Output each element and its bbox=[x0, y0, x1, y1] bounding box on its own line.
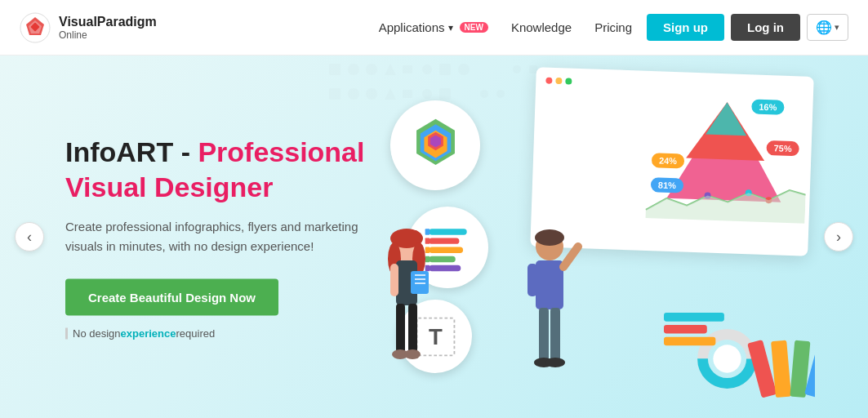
svg-rect-82 bbox=[664, 325, 707, 334]
svg-rect-71 bbox=[536, 260, 563, 309]
svg-point-13 bbox=[348, 88, 359, 100]
hero-title: InfoART - Professional Visual Designer bbox=[65, 135, 376, 204]
hero-description: Create professional infographics, flyers… bbox=[65, 217, 376, 256]
svg-point-11 bbox=[458, 64, 470, 75]
svg-rect-60 bbox=[411, 271, 429, 294]
svg-point-19 bbox=[480, 90, 488, 98]
logo-main: VisualParadigm bbox=[59, 14, 157, 29]
nav-applications[interactable]: Applications ▾ NEW bbox=[371, 16, 496, 39]
pyramid-chart: 16% 75% 24% 81% bbox=[641, 91, 808, 228]
svg-rect-10 bbox=[439, 64, 451, 75]
svg-marker-15 bbox=[385, 88, 396, 100]
svg-text:81%: 81% bbox=[658, 180, 677, 190]
panel-dots bbox=[545, 78, 803, 93]
svg-point-70 bbox=[535, 229, 564, 246]
nav-knowledge[interactable]: Knowledge bbox=[503, 16, 580, 39]
prev-arrow[interactable]: ‹ bbox=[15, 222, 44, 251]
svg-text:16%: 16% bbox=[759, 102, 777, 113]
nav: Applications ▾ NEW Knowledge Pricing Sig… bbox=[371, 14, 848, 41]
man-figure bbox=[505, 226, 594, 406]
next-arrow[interactable]: › bbox=[824, 222, 853, 251]
login-button[interactable]: Log in bbox=[731, 14, 800, 41]
svg-point-9 bbox=[422, 64, 432, 74]
svg-point-21 bbox=[513, 65, 521, 73]
svg-rect-18 bbox=[439, 88, 451, 100]
logo[interactable]: VisualParadigm Online bbox=[20, 12, 157, 43]
svg-rect-66 bbox=[408, 304, 417, 353]
nav-pricing[interactable]: Pricing bbox=[586, 16, 640, 39]
dot-green bbox=[565, 78, 572, 84]
svg-rect-6 bbox=[366, 64, 377, 75]
svg-rect-75 bbox=[550, 308, 560, 361]
dot-red bbox=[545, 78, 552, 84]
no-exp-line: No design experience required bbox=[65, 327, 376, 340]
no-exp-link[interactable]: experience bbox=[121, 327, 176, 340]
svg-rect-64 bbox=[390, 264, 398, 296]
svg-rect-83 bbox=[664, 337, 715, 346]
svg-text:24%: 24% bbox=[659, 155, 678, 166]
svg-point-17 bbox=[422, 89, 432, 99]
hero-illustration: 16% 75% 24% 81% bbox=[321, 56, 827, 418]
logo-icon bbox=[20, 12, 51, 43]
small-bars-chart bbox=[664, 312, 741, 357]
signup-button[interactable]: Sign up bbox=[647, 14, 724, 41]
svg-rect-81 bbox=[664, 313, 724, 322]
language-button[interactable]: 🌐 ▾ bbox=[807, 14, 848, 41]
svg-rect-14 bbox=[366, 88, 377, 100]
woman-figure bbox=[366, 226, 447, 406]
svg-rect-4 bbox=[329, 64, 341, 75]
svg-marker-7 bbox=[385, 64, 396, 75]
separator-bar bbox=[65, 327, 68, 339]
svg-line-72 bbox=[563, 247, 578, 267]
header: VisualParadigm Online Applications ▾ NEW… bbox=[0, 0, 868, 56]
logo-text: VisualParadigm Online bbox=[59, 14, 157, 42]
svg-point-5 bbox=[348, 64, 359, 75]
svg-text:75%: 75% bbox=[773, 143, 792, 153]
svg-rect-12 bbox=[329, 88, 341, 100]
svg-rect-65 bbox=[396, 304, 405, 353]
new-badge: NEW bbox=[460, 22, 488, 33]
logo-sub: Online bbox=[59, 29, 157, 41]
cta-button[interactable]: Create Beautiful Design Now bbox=[65, 279, 278, 316]
svg-rect-16 bbox=[403, 90, 412, 98]
color-palette bbox=[746, 336, 815, 406]
svg-rect-20 bbox=[496, 90, 505, 98]
svg-rect-73 bbox=[527, 264, 537, 296]
hexagon-icon bbox=[390, 100, 480, 190]
svg-rect-8 bbox=[403, 65, 412, 73]
hero-section: ‹ InfoART - Professional Visual Designer… bbox=[0, 56, 868, 418]
hexagon-svg bbox=[405, 115, 466, 176]
svg-point-77 bbox=[545, 358, 565, 367]
hero-content: InfoART - Professional Visual Designer C… bbox=[65, 135, 376, 340]
svg-marker-25 bbox=[706, 101, 747, 136]
svg-rect-74 bbox=[539, 308, 549, 361]
dot-yellow bbox=[555, 78, 562, 84]
svg-point-68 bbox=[404, 349, 421, 359]
